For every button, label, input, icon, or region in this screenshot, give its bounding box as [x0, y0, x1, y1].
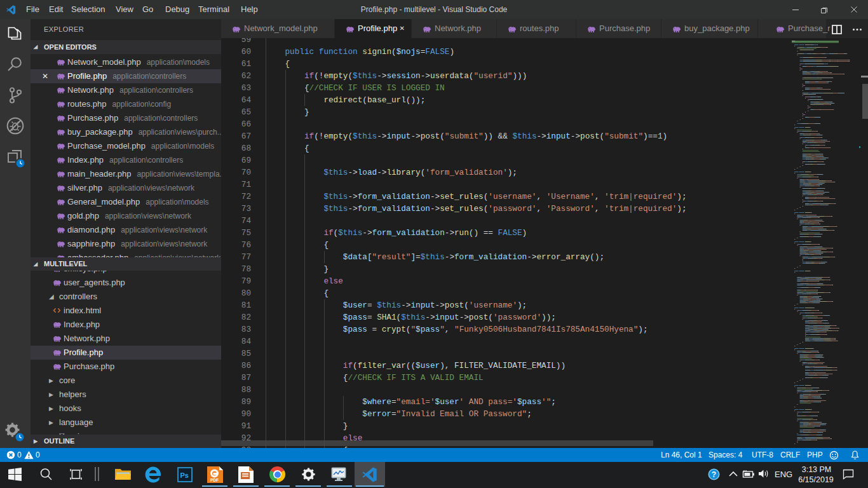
svg-text:?: ?: [712, 470, 716, 479]
svg-text:Ps: Ps: [180, 471, 189, 479]
svg-text:PDF: PDF: [210, 478, 219, 482]
